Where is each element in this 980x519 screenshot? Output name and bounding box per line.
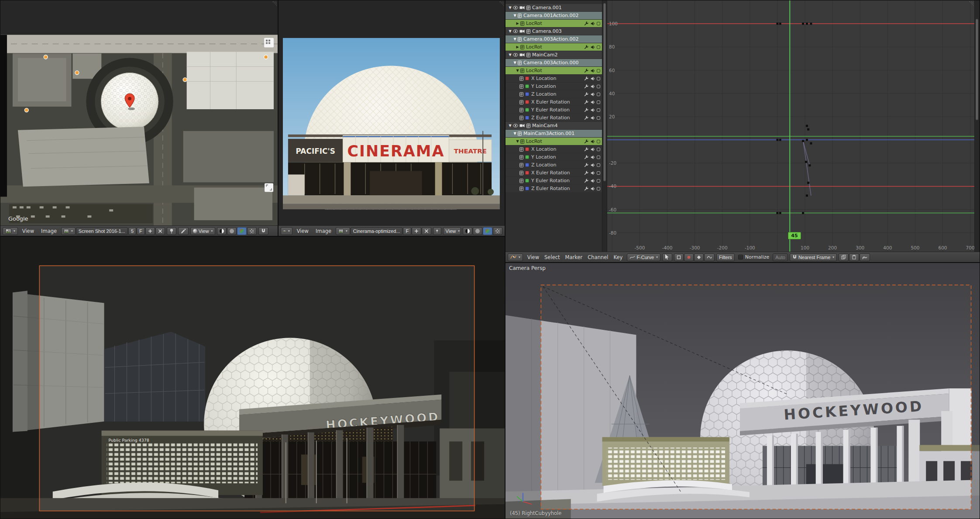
mute-speaker-icon[interactable] [591,171,595,175]
channel-row[interactable]: Y Location [505,83,602,90]
disclosure-triangle-icon[interactable]: ▼ [512,14,518,17]
modifier-wrench-icon[interactable] [584,107,589,112]
channel-alpha-button[interactable] [493,227,502,235]
selected-only-toggle-button[interactable] [694,253,704,261]
disclosure-triangle-icon[interactable]: ▶ [515,21,520,25]
menu-view[interactable]: View [294,228,311,234]
channel-row[interactable]: ▼ LocRot [505,67,602,74]
menu-item[interactable]: View [525,254,542,260]
viewport-camera-persp[interactable]: HOCKEYWOOD [505,263,980,519]
lock-toggle-icon[interactable] [597,45,600,49]
paste-keyframes-button[interactable] [849,253,859,261]
modifier-wrench-icon[interactable] [584,115,589,120]
channel-row[interactable]: ▼ MainCam2 [505,51,602,59]
disclosure-triangle-icon[interactable]: ▼ [507,29,513,33]
fake-user-button[interactable]: F [137,227,145,235]
curve-scrollbar[interactable] [974,0,980,252]
disclosure-triangle-icon[interactable]: ▼ [512,131,518,135]
lock-toggle-icon[interactable] [597,116,600,120]
channel-bw-button[interactable] [217,227,227,235]
image-name-field[interactable]: Cinerama-optimized... [351,227,403,235]
mute-speaker-icon[interactable] [591,147,595,152]
mute-speaker-icon[interactable] [591,108,595,112]
disclosure-triangle-icon[interactable]: ▼ [515,69,520,73]
menu-image[interactable]: Image [313,228,334,234]
modifier-wrench-icon[interactable] [584,76,589,81]
modifier-wrench-icon[interactable] [584,147,589,152]
lock-toggle-icon[interactable] [597,108,600,112]
channel-row[interactable]: Z Location [505,161,602,169]
modifier-wrench-icon[interactable] [584,139,589,144]
mute-speaker-icon[interactable] [591,84,595,89]
mute-speaker-icon[interactable] [591,187,595,191]
pin-image-button[interactable] [167,227,176,235]
scrollbar-thumb[interactable] [976,19,978,120]
mute-speaker-icon[interactable] [591,92,595,97]
disclosure-triangle-icon[interactable]: ▼ [512,37,518,41]
menu-view[interactable]: View [20,228,37,234]
channel-row[interactable]: ▼ Camera.003 [505,28,602,35]
handles-toggle-button[interactable] [674,253,684,261]
mute-speaker-icon[interactable] [591,69,595,73]
menu-item[interactable]: Channel [585,254,611,260]
channel-rgb-button[interactable] [483,227,492,235]
channel-rgb-button[interactable] [237,227,247,235]
editor-type-button[interactable]: ▾ [3,227,18,235]
channel-row[interactable]: X Euler Rotation [505,98,602,106]
display-mode-dropdown[interactable]: View ▾ [443,227,461,235]
map-layers-control[interactable] [264,38,274,48]
lock-toggle-icon[interactable] [597,187,600,190]
lock-toggle-icon[interactable] [597,171,600,175]
channel-row[interactable]: Y Euler Rotation [505,177,602,184]
lock-toggle-icon[interactable] [597,85,600,88]
channel-row[interactable]: X Euler Rotation [505,169,602,176]
fcurve-area[interactable]: 10080604020-20-40-60-80 -500-400-300-200… [607,0,974,252]
new-image-button[interactable] [412,227,421,235]
fcurve-canvas[interactable] [607,0,974,252]
normalize-checkbox[interactable]: Normalize [736,254,771,260]
photo-canvas[interactable]: PACIFIC'S CINERAMA THEATRE [279,0,505,225]
channel-row[interactable]: Y Location [505,153,602,161]
channel-row[interactable]: ▶ LocRot [505,43,602,51]
channel-row[interactable]: X Location [505,75,602,82]
lock-toggle-icon[interactable] [597,100,600,104]
lock-toggle-icon[interactable] [597,69,600,73]
lock-toggle-icon[interactable] [597,140,600,143]
mute-speaker-icon[interactable] [591,100,595,104]
channel-row[interactable]: ▼ MainCam4 [505,122,602,129]
disclosure-triangle-icon[interactable]: ▼ [507,53,513,57]
browse-image-button[interactable]: ▾ [61,227,76,235]
mute-speaker-icon[interactable] [591,45,595,49]
ghost-curves-button[interactable] [860,253,870,261]
menu-item[interactable]: Select [542,254,562,260]
channel-gray-button[interactable] [227,227,237,235]
modifier-wrench-icon[interactable] [584,170,589,175]
visibility-eye-icon[interactable] [513,124,518,128]
normalize-auto-button[interactable]: Auto [773,253,788,261]
channel-row[interactable]: ▼ MainCam3Action.001 [505,130,602,137]
filters-button[interactable]: Filters [716,253,735,261]
lock-toggle-icon[interactable] [597,22,600,25]
menu-image[interactable]: Image [38,228,59,234]
channel-gray-button[interactable] [473,227,482,235]
modifier-wrench-icon[interactable] [584,21,589,26]
menu-item[interactable]: Marker [563,254,585,260]
mute-speaker-icon[interactable] [591,139,595,144]
mute-speaker-icon[interactable] [591,116,595,120]
new-image-button[interactable] [145,227,155,235]
channel-row[interactable]: ▼ Camera.001Action.002 [505,12,602,19]
mode-dropdown[interactable]: F-Curve ▾ [627,253,660,261]
current-frame-badge[interactable]: 45 [788,232,801,239]
lock-toggle-icon[interactable] [597,179,600,183]
channel-row[interactable]: ▼ Camera.001 [505,4,602,11]
channel-alpha-button[interactable] [247,227,257,235]
disclosure-triangle-icon[interactable]: ▶ [515,45,520,49]
modifier-wrench-icon[interactable] [584,45,589,49]
copy-keyframes-button[interactable] [839,253,849,261]
editor-type-button[interactable]: ▾ [508,253,523,261]
display-mode-dropdown[interactable]: View ▾ [190,227,215,235]
modifier-wrench-icon[interactable] [584,186,589,191]
disclosure-triangle-icon[interactable]: ▼ [507,124,513,128]
unlink-image-button[interactable] [422,227,431,235]
modifier-wrench-icon[interactable] [584,84,589,89]
